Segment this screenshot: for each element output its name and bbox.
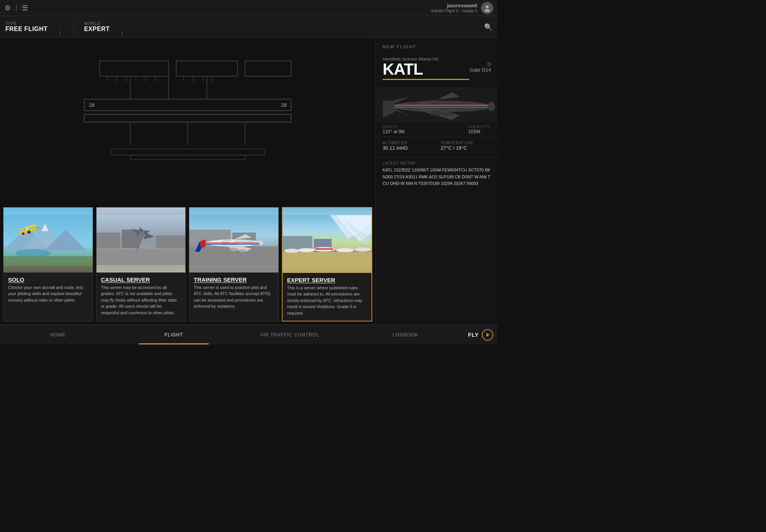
svg-text:10: 10 [89, 103, 94, 108]
log-icon[interactable]: ☰ [22, 4, 28, 12]
winds-row: WINDS 110° at 9kt VISIBILITY 10SM [376, 122, 498, 137]
training-title: TRAINING SERVER [189, 273, 278, 284]
svg-marker-96 [486, 333, 489, 337]
filter-bar: TYPE FREE FLIGHT ⋮ WORLD EXPERT ⋮ 🔍 [0, 16, 498, 38]
temperature-item: TEMPERATURE 27°C / 19°C [441, 141, 491, 151]
plane-preview [376, 88, 498, 122]
metar-section: LATEST METAR KATL 152352Z 11009KT 10SM F… [376, 157, 498, 191]
world-value: EXPERT [84, 26, 110, 33]
altimeter-label: ALTIMETER [383, 141, 433, 145]
visibility-label: VISIBILITY [468, 125, 491, 129]
svg-rect-23 [111, 149, 264, 155]
nav-home[interactable]: HOME [0, 325, 116, 344]
svg-point-93 [430, 110, 444, 116]
fly-button[interactable]: FLY [463, 329, 498, 341]
winds-label: WINDS [383, 125, 405, 129]
svg-rect-42 [97, 247, 186, 265]
expert-desc: This is a server where published rules m… [283, 285, 372, 321]
training-desc: This server is used to practice pilot an… [189, 284, 278, 314]
svg-rect-10 [100, 61, 169, 76]
type-menu-icon[interactable]: ⋮ [57, 28, 64, 36]
filter-separator [74, 20, 74, 34]
casual-card-image [97, 207, 186, 273]
svg-point-66 [239, 249, 246, 252]
left-panel: 10 28 [0, 38, 375, 325]
svg-rect-12 [245, 61, 291, 76]
svg-point-82 [336, 248, 354, 252]
temperature-label: TEMPERATURE [441, 141, 491, 145]
top-bar-right: jasonrosewell Infinite Flight 0 · Grade … [431, 2, 493, 14]
casual-desc: This server may be accessed by all grade… [97, 284, 186, 321]
flight-label: FLIGHT [164, 332, 183, 338]
airport-gate: D Gate D14 [470, 61, 491, 73]
svg-text:28: 28 [281, 103, 286, 108]
gate-letter: D [470, 61, 491, 67]
top-bar-left: ⚙ | ☰ [5, 3, 28, 12]
solo-desc: Choose your own aircraft and route, test… [3, 284, 93, 308]
casual-title: CASUAL SERVER [97, 273, 186, 284]
new-flight-label: NEW FLIGHT [383, 44, 491, 49]
svg-rect-11 [176, 61, 237, 76]
user-grade: Infinite Flight 0 · Grade 5 [431, 8, 477, 13]
svg-point-1 [484, 9, 490, 12]
search-icon[interactable]: 🔍 [484, 23, 493, 31]
svg-rect-34 [3, 256, 93, 265]
world-menu-icon[interactable]: ⋮ [119, 28, 126, 36]
type-value: FREE FLIGHT [5, 26, 47, 33]
gate-value: Gate D14 [470, 67, 491, 73]
casual-card[interactable]: CASUAL SERVER This server may be accesse… [96, 207, 186, 322]
svg-rect-46 [156, 235, 186, 248]
expert-title: EXPERT SERVER [283, 273, 372, 285]
nav-atc[interactable]: AIR TRAFFIC CONTROL [232, 325, 348, 344]
expert-card[interactable]: EXPERT SERVER This is a server where pub… [282, 207, 373, 322]
svg-point-65 [229, 248, 238, 251]
top-bar: ⚙ | ☰ jasonrosewell Infinite Flight 0 · … [0, 0, 498, 16]
visibility-value: 10SM [468, 129, 491, 134]
fly-label: FLY [468, 332, 479, 338]
right-panel: NEW FLIGHT Hartsfield-Jackson Atlanta In… [375, 38, 498, 325]
username: jasonrosewell [431, 3, 477, 8]
solo-card[interactable]: SOLO Choose your own aircraft and route,… [3, 207, 93, 322]
fly-circle-icon [482, 329, 493, 341]
svg-point-94 [443, 113, 453, 116]
metar-label: LATEST METAR [383, 161, 491, 165]
svg-rect-44 [97, 232, 120, 248]
svg-rect-68 [234, 240, 254, 242]
filter-type-group: TYPE FREE FLIGHT [5, 21, 47, 33]
settings-icon[interactable]: ⚙ [5, 4, 11, 12]
right-panel-header: NEW FLIGHT [376, 38, 498, 52]
svg-rect-24 [130, 155, 245, 160]
svg-point-79 [284, 248, 299, 253]
world-label: WORLD [84, 21, 110, 26]
svg-rect-3 [84, 114, 291, 122]
main-layout: 10 28 [0, 38, 498, 325]
weather-row: ALTIMETER 30.11 inHG TEMPERATURE 27°C / … [383, 141, 491, 151]
user-info: jasonrosewell Infinite Flight 0 · Grade … [431, 3, 477, 13]
logbook-label: LOGBOOK [393, 332, 418, 338]
training-card[interactable]: TRAINING SERVER This server is used to p… [189, 207, 279, 322]
svg-point-83 [354, 247, 371, 251]
metar-value: KATL 152352Z 11009KT 10SM FEW034TCU SCT0… [383, 167, 491, 187]
solo-card-image [3, 207, 93, 273]
svg-point-95 [488, 102, 495, 111]
type-label: TYPE [5, 21, 47, 26]
altimeter-item: ALTIMETER 30.11 inHG [383, 141, 433, 151]
atc-label: AIR TRAFFIC CONTROL [260, 332, 319, 338]
avatar[interactable] [481, 2, 493, 14]
airport-code: KATL [383, 61, 423, 77]
home-label: HOME [50, 332, 65, 338]
airport-section: Hartsfield-Jackson Atlanta Intl KATL D G… [376, 52, 498, 88]
filter-world-group: WORLD EXPERT [84, 21, 110, 33]
nav-flight[interactable]: FLIGHT [116, 325, 232, 344]
svg-point-0 [486, 5, 489, 8]
airport-map: 10 28 [0, 38, 375, 183]
divider: | [15, 3, 17, 12]
weather-section: ALTIMETER 30.11 inHG TEMPERATURE 27°C / … [376, 137, 498, 157]
svg-rect-2 [84, 99, 291, 111]
svg-point-80 [298, 248, 314, 252]
training-card-image [189, 207, 278, 273]
nav-logbook[interactable]: LOGBOOK [348, 325, 464, 344]
svg-rect-75 [283, 251, 372, 266]
expert-card-image [283, 208, 372, 273]
temperature-value: 27°C / 19°C [441, 145, 491, 151]
